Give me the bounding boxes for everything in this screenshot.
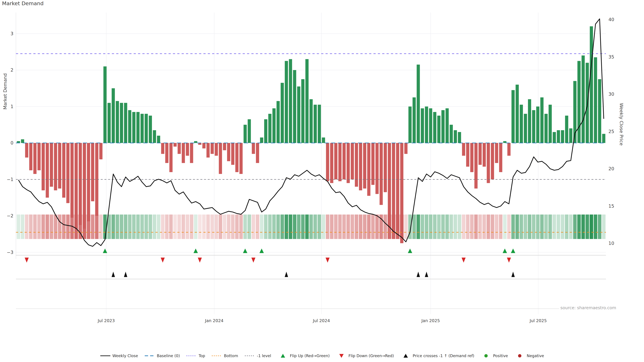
flip-up-marker <box>194 249 198 253</box>
demand-bar-negative <box>367 143 370 196</box>
heatmap-cell <box>404 215 408 239</box>
flip-down-marker <box>25 258 29 263</box>
price-cross-icon <box>400 353 411 358</box>
demand-bar-negative <box>487 143 490 183</box>
heatmap-cell <box>289 215 292 239</box>
heatmap-cell <box>124 215 128 239</box>
demand-bar-positive <box>582 55 585 143</box>
demand-bar-positive <box>272 108 276 143</box>
demand-bar-negative <box>206 143 210 158</box>
chart-legend: Weekly CloseBaseline (0)TopBottom-1 leve… <box>0 353 644 358</box>
demand-bar-positive <box>602 134 606 143</box>
right-y-tick-label: 25 <box>608 129 614 134</box>
price-cross-marker <box>511 272 515 277</box>
heatmap-cell <box>264 215 268 239</box>
demand-bar-positive <box>276 101 280 143</box>
right-y-tick-label: 35 <box>608 54 614 59</box>
demand-bar-negative <box>170 143 172 172</box>
demand-bar-positive <box>314 105 317 143</box>
demand-bar-negative <box>384 143 387 192</box>
demand-bar-positive <box>412 97 416 143</box>
heatmap-cell <box>284 215 288 239</box>
demand-bar-positive <box>248 119 251 143</box>
heatmap-cell <box>326 215 330 239</box>
heatmap-cell <box>330 215 334 239</box>
demand-bar-positive <box>153 130 156 143</box>
heatmap-cell <box>446 215 449 239</box>
heatmap-cell <box>120 215 123 239</box>
legend-label-minus-one-level: -1 level <box>257 354 271 358</box>
heatmap-cell <box>565 215 568 239</box>
heatmap-cell <box>586 215 589 239</box>
price-cross-marker <box>425 272 428 277</box>
demand-bar-positive <box>128 110 131 143</box>
flip-up-marker <box>260 249 264 253</box>
demand-bar-positive <box>297 86 300 143</box>
demand-bar-negative <box>161 143 164 154</box>
heatmap-cell <box>252 215 255 239</box>
demand-bar-positive <box>157 136 160 143</box>
price-cross-glyph <box>404 354 408 358</box>
heatmap-cell <box>437 215 440 239</box>
heatmap-cell <box>462 215 466 239</box>
flip-down-marker <box>462 258 466 263</box>
heatmap-cell <box>507 215 511 239</box>
demand-bar-negative <box>355 143 358 187</box>
heatmap-cell <box>280 215 284 239</box>
bottom-icon <box>212 353 222 358</box>
demand-bar-negative <box>223 143 226 150</box>
demand-bar-positive <box>594 57 597 143</box>
legend-item-weekly-close: Weekly Close <box>100 353 138 358</box>
heatmap-cell <box>441 215 445 239</box>
demand-bar-positive <box>557 130 560 143</box>
demand-bar-positive <box>285 61 288 143</box>
flip-down-marker <box>252 258 256 263</box>
legend-item-flip-up: Flip Up (Red→Green) <box>278 353 330 358</box>
legend-item-flip-down: Flip Down (Green→Red) <box>336 353 394 358</box>
demand-bar-negative <box>388 143 391 227</box>
heatmap-cell <box>243 215 247 239</box>
heatmap-cell <box>223 215 226 239</box>
legend-label-top: Top <box>198 354 205 358</box>
legend-item-minus-one-level: -1 level <box>244 353 271 358</box>
flip-down-marker <box>507 258 511 263</box>
heatmap-cell <box>569 215 572 239</box>
heatmap-cell <box>425 215 428 239</box>
right-y-tick-label: 20 <box>608 166 614 171</box>
heatmap-cell <box>29 215 32 239</box>
heatmap-cell <box>276 215 280 239</box>
heatmap-cell <box>582 215 585 239</box>
legend-item-baseline: Baseline (0) <box>144 353 180 358</box>
heatmap-cell <box>33 215 37 239</box>
demand-bar-negative <box>240 143 243 174</box>
heatmap-cell <box>363 215 366 239</box>
heatmap-cell <box>272 215 276 239</box>
demand-bar-negative <box>227 143 230 161</box>
demand-bar-positive <box>140 114 144 143</box>
demand-bar-positive <box>598 79 601 143</box>
heatmap-cell <box>190 215 193 239</box>
demand-bar-negative <box>202 143 206 148</box>
demand-bar-positive <box>310 99 313 143</box>
demand-bar-negative <box>499 143 502 172</box>
demand-bar-positive <box>289 59 292 143</box>
heatmap-cell <box>314 215 317 239</box>
demand-bar-positive <box>124 103 127 143</box>
heatmap-cell <box>412 215 416 239</box>
heatmap-cell <box>128 215 132 239</box>
heatmap-cell <box>515 215 519 239</box>
flip-down-marker <box>198 258 202 263</box>
demand-bar-negative <box>211 143 214 154</box>
heatmap-cell <box>46 215 49 239</box>
legend-label-flip-up: Flip Up (Red→Green) <box>290 354 330 358</box>
demand-bar-negative <box>33 143 36 174</box>
demand-bar-positive <box>433 112 436 143</box>
heatmap-cell <box>532 215 536 239</box>
demand-bar-negative <box>351 143 354 179</box>
heatmap-cell <box>310 215 313 239</box>
heatmap-cell <box>37 215 41 239</box>
heatmap-cell <box>367 215 371 239</box>
demand-bar-negative <box>363 143 366 189</box>
flip-down-marker <box>326 258 330 263</box>
heatmap-cell <box>429 215 432 239</box>
